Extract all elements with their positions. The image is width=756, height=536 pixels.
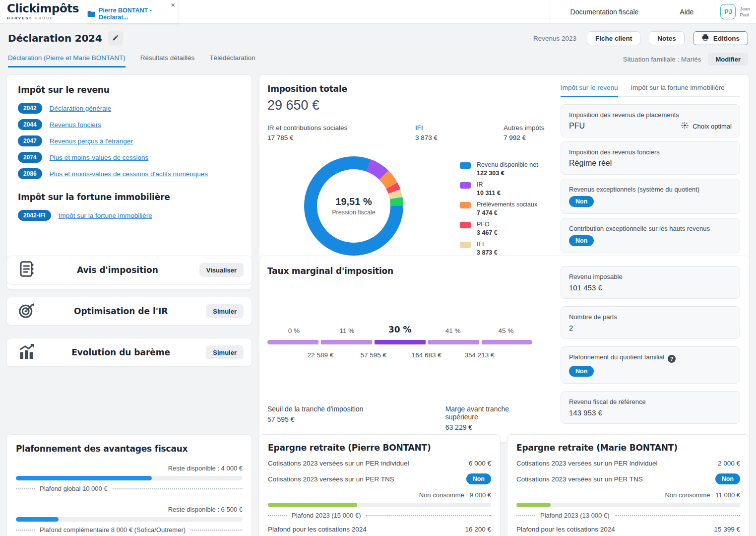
form-code-badge: 2047	[18, 135, 42, 146]
open-file-tab-label: Pierre BONTANT - Déclarat...	[99, 7, 179, 21]
choix-optimal: Choix optimal	[681, 122, 732, 131]
nav-documentation-fiscale[interactable]: Documentation fiscale	[550, 0, 659, 23]
form-code-badge: 2086	[18, 168, 42, 179]
progress-track	[516, 503, 740, 507]
per-tns-row: Cotisations 2023 versées sur un PER TNSN…	[516, 473, 740, 484]
legend-item: Revenu disponible net122 303 €	[460, 161, 549, 177]
user-name: Jean Paul	[740, 6, 750, 18]
status-badge: Non	[466, 473, 491, 484]
per-tns-row: Cotisations 2023 versées sur un PER TNSN…	[268, 473, 491, 484]
folder-icon	[87, 10, 95, 17]
section-tabs: Déclaration (Pierre et Marie BONTANT) Ré…	[0, 46, 756, 68]
box-revenus-placements: Imposition des revenus de placements PFU…	[561, 104, 740, 137]
user-block: PJ Jean Paul	[714, 0, 756, 23]
ifi-section-title: Impôt sur la fortune immobilière	[18, 192, 241, 202]
ir-section-title: Impôt sur le revenu	[18, 85, 241, 95]
box-revenu-imposable: Revenu imposable 101 453 €	[561, 266, 740, 299]
box-revenus-exceptionnels: Revenus exceptionnels (système du quotie…	[561, 179, 740, 214]
box-contribution-hauts-revenus: Contribution exceptionnelle sur les haut…	[561, 218, 740, 253]
situation-familiale-label: Situation familiale : Mariés	[623, 56, 701, 63]
form-link-revenus-etranger[interactable]: Revenus perçus à l'étranger	[50, 137, 133, 145]
app-logo: Clickimpôts HARVEST GROUP	[0, 0, 87, 23]
non-consomme-label: Non consommé : 11 000 €	[516, 491, 740, 499]
nav-aide[interactable]: Aide	[659, 0, 714, 23]
modifier-button[interactable]: Modifier	[708, 53, 748, 66]
action-title: Evolution du barème	[36, 347, 206, 357]
box-revenu-fiscal-reference: Revenu fiscal de référence 143 953 €	[561, 391, 740, 424]
form-link-ifi[interactable]: Impôt sur la fortune immobilière	[59, 212, 152, 219]
evolution-bareme-card: Evolution du barème Simuler	[6, 338, 252, 367]
tax-bracket-scale: 0 % 11 % 30 % 41 % 45 % 22 589 € 57 595 …	[267, 321, 532, 360]
plafond-2024-row: Plafond pour les cotisations 202416 200 …	[268, 526, 491, 533]
action-title: Avis d'imposition	[36, 265, 199, 275]
top-navigation: Documentation fiscale Aide PJ Jean Paul	[550, 0, 756, 23]
imposition-stats: IR et contributions sociales17 785 € IFI…	[267, 124, 545, 141]
topbar: Clickimpôts HARVEST GROUP Pierre BONTANT…	[0, 0, 756, 24]
revenus-year-label: Revenus 2023	[533, 35, 576, 42]
form-code-badge: 2074	[18, 152, 42, 163]
epargne-retraite-marie-card: Epargne retraite (Marie BONTANT) Cotisat…	[507, 434, 750, 536]
optimisation-ir-card: Optimisation de l'IR Simuler	[6, 297, 252, 326]
status-badge: Non	[715, 473, 740, 484]
form-link-actifs-numeriques[interactable]: Plus et moins-values de cessions d'actif…	[50, 170, 208, 178]
pencil-icon	[112, 34, 119, 43]
page-title: Déclaration 2024	[8, 32, 102, 44]
logo-text: Clickimpôts	[7, 3, 87, 14]
status-badge: Non	[569, 235, 594, 246]
progress-track	[268, 503, 491, 507]
taux-marginal-title: Taux marginal d'imposition	[267, 266, 541, 276]
tab-declaration[interactable]: Déclaration (Pierre et Marie BONTANT)	[8, 54, 126, 67]
sun-icon	[681, 122, 689, 131]
per-individuel-row: Cotisations 2023 versées sur un PER indi…	[268, 458, 491, 468]
progress-track	[16, 517, 243, 522]
imposition-total-value: 29 650 €	[267, 98, 554, 113]
help-icon[interactable]: ?	[668, 355, 676, 363]
tab-resultats-detailles[interactable]: Résultats détaillés	[140, 54, 195, 67]
form-link-revenus-fonciers[interactable]: Revenus fonciers	[50, 121, 101, 129]
per-individuel-row: Cotisations 2023 versées sur un PER indi…	[516, 458, 740, 468]
status-badge: Non	[569, 196, 594, 207]
simuler-bareme-button[interactable]: Simuler	[206, 345, 244, 359]
marge-tranche: Marge avant tranche supérieure 63 229 €	[445, 405, 541, 431]
side-tab-impot-fortune[interactable]: Impôt sur la fortune immobilière	[631, 84, 725, 97]
form-code-badge: 2042	[18, 103, 42, 114]
form-code-badge: 2042-IFI	[18, 210, 51, 221]
main-content: Impôt sur le revenu 2042 Déclaration gén…	[0, 68, 756, 536]
form-code-badge: 2044	[18, 119, 42, 130]
box-revenus-fonciers: Imposition des revenus fonciers Régime r…	[561, 141, 740, 175]
taux-marginal-card: Taux marginal d'imposition 0 % 11 % 30 %…	[259, 256, 750, 443]
editions-button[interactable]: Editions	[693, 31, 748, 45]
legend-item: Prélèvements sociaux7 474 €	[460, 201, 549, 216]
progress-fill	[516, 503, 551, 507]
simuler-ir-button[interactable]: Simuler	[206, 304, 244, 318]
avis-imposition-card: Avis d'imposition Visualiser	[6, 256, 252, 284]
marginal-side-panel: Revenu imposable 101 453 € Nombre de par…	[561, 266, 740, 431]
form-link-plus-values[interactable]: Plus et moins-values de cessions	[50, 154, 149, 161]
edit-declaration-button[interactable]	[108, 31, 123, 46]
pression-fiscale-donut-chart: 19,51 % Pression fiscale	[304, 156, 403, 256]
tab-teledeclaration[interactable]: Télédéclaration	[209, 54, 255, 67]
close-icon[interactable]: ×	[171, 1, 175, 8]
progress-fill	[268, 503, 357, 507]
form-link-declaration-generale[interactable]: Déclaration générale	[50, 105, 112, 112]
notes-button[interactable]: Notes	[649, 31, 685, 45]
plafond-complementaire-line: Plafond complémentaire 8 000 € (Sofica/O…	[16, 526, 243, 534]
side-tab-impot-revenu[interactable]: Impôt sur le revenu	[561, 84, 618, 97]
open-file-tab[interactable]: Pierre BONTANT - Déclarat... ×	[87, 0, 179, 23]
action-title: Optimisation de l'IR	[36, 306, 206, 316]
legend-item: IR10 311 €	[460, 181, 549, 197]
form-row-2047: 2047 Revenus perçus à l'étranger	[18, 135, 241, 146]
non-consomme-label: Non consommé : 9 000 €	[268, 491, 491, 499]
logo-subtitle: HARVEST GROUP	[7, 16, 87, 20]
avatar[interactable]: PJ	[720, 4, 736, 19]
plafond-2023-line: Plafond 2023 (13 000 €)	[516, 512, 740, 519]
fiche-client-button[interactable]: Fiche client	[587, 31, 640, 45]
plafond-2023-line: Plafond 2023 (15 000 €)	[268, 512, 491, 519]
progress-fill	[16, 476, 152, 480]
legend-item: IFI3 873 €	[460, 241, 549, 256]
visualiser-button[interactable]: Visualiser	[199, 263, 244, 277]
form-row-2086: 2086 Plus et moins-values de cessions d'…	[18, 168, 241, 179]
box-plafonnement-quotient: Plafonnement du quotient familial? Non	[561, 346, 740, 384]
bracket-thresholds: 22 589 € 57 595 € 164 683 € 354 213 €	[267, 351, 532, 360]
form-row-2042-ifi: 2042-IFI Impôt sur la fortune immobilièr…	[18, 210, 241, 221]
